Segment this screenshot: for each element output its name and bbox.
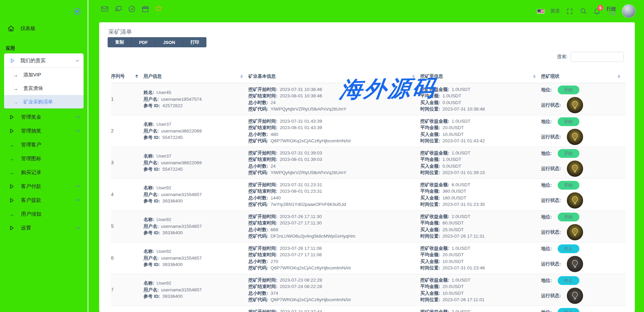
bulb-indicator[interactable] <box>567 129 583 145</box>
column-header-label: 序列号 <box>111 73 125 79</box>
sidebar-section-label: 应用 <box>6 45 15 51</box>
calendar-icon[interactable] <box>141 5 149 13</box>
search-input[interactable] <box>571 52 624 62</box>
mail-icon[interactable] <box>101 5 109 13</box>
check-circle-icon[interactable] <box>128 5 136 13</box>
sidebar-toggle-icon[interactable] <box>74 8 81 15</box>
column-header-user-info[interactable]: 用户信息 <box>143 70 248 83</box>
sidebar-item-add-vip[interactable]: → 添加VIP <box>4 68 84 81</box>
status-badge: 停止 <box>558 308 579 312</box>
lightbulb-icon <box>570 100 580 110</box>
search-icon[interactable] <box>579 7 587 15</box>
bulb-indicator[interactable] <box>567 224 583 240</box>
column-header-mining-status[interactable]: 挖矿现状 <box>541 70 626 83</box>
user-name: 行政 <box>606 6 616 12</box>
sidebar-item-dashboard[interactable]: 仪表板 <box>7 25 36 32</box>
status-badge: 开始 <box>558 117 579 126</box>
cell-serial: 4 <box>111 179 143 210</box>
lightbulb-icon <box>570 195 580 206</box>
sidebar-item-our-vip[interactable]: 我们的贵宾 <box>4 53 84 68</box>
status-badge: 开始 <box>558 149 579 158</box>
flag-canton <box>537 9 541 12</box>
pdf-button[interactable]: PDF <box>132 37 155 47</box>
bulb-indicator[interactable] <box>567 192 583 209</box>
sidebar-item-label: 客户提款 <box>21 197 41 203</box>
topbar-shortcuts <box>101 5 163 13</box>
triangle-icon <box>9 225 15 231</box>
sidebar-item[interactable]: → 设置 <box>0 221 88 235</box>
arrow-right-icon: → <box>13 72 18 78</box>
notification-badge: 5 <box>597 5 603 11</box>
avatar[interactable] <box>622 4 636 18</box>
cell-mining-basic-info: 挖矿开始时间:2023-07-31 01:39:03 挖矿结束时间:2023-0… <box>248 147 420 178</box>
column-header-label: 用户信息 <box>143 73 162 79</box>
us-flag-icon[interactable] <box>537 9 545 14</box>
home-icon <box>7 25 15 32</box>
cell-user-info: 名称:User92 用户名:username31554857 参考 ID:393… <box>143 179 248 210</box>
cell-mining-amount-info: 挖矿收益金额:1.0USDT 平均金额:20.0USDT 买入金额:10.0US… <box>420 242 541 274</box>
table-body: 1 姓名:User45 用户名:username18547574 参考 ID:4… <box>111 83 626 312</box>
notifications-bell[interactable]: 5 <box>593 7 601 15</box>
chat-icon[interactable] <box>114 5 122 13</box>
chevron-up-icon <box>76 184 80 188</box>
content-card: 采矿清单 复制 PDF JSON 打印 搜索: 序列号 用户信息 矿业基本信息 <box>99 22 635 312</box>
column-header-serial[interactable]: 序列号 <box>111 70 143 83</box>
bulb-indicator[interactable] <box>567 288 583 304</box>
cell-mining-basic-info: 挖矿开始时间:2023-07-26 17:11:30 挖矿结束时间:2023-0… <box>248 211 420 242</box>
cell-serial: 2 <box>111 115 143 147</box>
sidebar-item[interactable]: → 管理抽奖 <box>0 124 88 138</box>
sidebar-item[interactable]: → 用户须知 <box>0 207 88 221</box>
cell-mining-status: 地位: 开始 运行状态: <box>541 147 626 178</box>
sidebar-item-label: 仪表板 <box>20 25 36 32</box>
star-icon[interactable] <box>155 5 163 13</box>
print-button[interactable]: 打印 <box>183 37 206 47</box>
cell-mining-basic-info: 挖矿开始时间:2023-07-31 01:43:39 挖矿结束时间:2023-0… <box>248 115 420 147</box>
sort-carets-icon <box>533 74 536 78</box>
sidebar-item[interactable]: → 客户提款 <box>0 193 88 207</box>
status-badge: 开始 <box>558 213 579 221</box>
page-title: 采矿清单 <box>108 28 132 36</box>
triangle-icon <box>9 128 15 134</box>
copy-button[interactable]: 复制 <box>108 37 131 47</box>
sidebar-separator <box>88 0 88 312</box>
bulb-indicator[interactable] <box>567 256 583 272</box>
bulb-indicator[interactable] <box>567 97 583 113</box>
cell-serial: 1 <box>111 83 143 115</box>
column-header-mining-amount-info[interactable]: 挖矿里信息 <box>420 70 541 83</box>
sidebar-item[interactable]: → 管理客户 <box>0 138 88 152</box>
bulb-indicator[interactable] <box>567 161 583 177</box>
sidebar-item[interactable]: → 客户付款 <box>0 179 88 193</box>
column-header-label: 矿业基本信息 <box>248 73 276 79</box>
sidebar-item[interactable]: → 购买记录 <box>0 166 88 179</box>
cell-serial: 7 <box>111 274 143 306</box>
column-header-mining-basic-info[interactable]: 矿业基本信息 <box>248 70 420 83</box>
sidebar-item-label: 添加VIP <box>23 72 41 78</box>
table-row: 8 名称:User92 用户名: 参考 ID: 挖矿开始时间:2023-07-2… <box>111 306 626 312</box>
sidebar-item-label: 购买记录 <box>21 169 41 176</box>
sidebar-item-label: 用户须知 <box>21 211 41 217</box>
search-area: 搜索: <box>557 52 624 62</box>
sidebar-item-vip-slider[interactable]: → 贵宾滑块 <box>4 81 84 95</box>
sidebar-item[interactable]: → 管理图标 <box>0 152 88 166</box>
chevron-up-icon <box>76 115 80 119</box>
table-row: 3 名称:User37 用户名:username36622069 参考 ID:5… <box>111 147 626 179</box>
cell-user-info: 名称:User37 用户名:username36622069 参考 ID:554… <box>143 147 248 178</box>
fullscreen-icon[interactable] <box>565 7 574 15</box>
json-button[interactable]: JSON <box>156 37 182 47</box>
sidebar-item-mining-purchase-list[interactable]: → 矿业采购清单 <box>4 95 84 109</box>
lightbulb-icon <box>570 164 580 174</box>
language-label[interactable]: 英语 <box>550 8 560 14</box>
cell-mining-amount-info: 挖矿收益金额:1.0USDT 平均金额:20.0USDT 买入金额:10.0US… <box>420 115 541 147</box>
cell-user-info: 名称:User92 用户名: 参考 ID: <box>143 306 248 312</box>
sidebar-item-label: 贵宾滑块 <box>23 85 43 92</box>
chevron-up-icon <box>76 129 80 133</box>
cell-mining-amount-info: 挖矿收益金额:2.0USDT 平均金额: 买入金额: 时间位置: <box>420 306 541 312</box>
sidebar-item[interactable]: → 管理奖金 <box>0 110 88 124</box>
lightbulb-icon <box>570 259 580 269</box>
sidebar-item-label: 矿业采购清单 <box>23 99 53 105</box>
table-row: 1 姓名:User45 用户名:username18547574 参考 ID:4… <box>111 83 626 115</box>
table-header: 序列号 用户信息 矿业基本信息 挖矿里信息 挖矿现状 <box>111 70 626 83</box>
column-header-label: 挖矿现状 <box>541 73 559 79</box>
user-menu[interactable]: 行政 行政 <box>606 6 616 16</box>
cell-mining-basic-info: 挖矿开始时间:2023-07-26 17:11:08 挖矿结束时间:2023-0… <box>248 242 420 274</box>
